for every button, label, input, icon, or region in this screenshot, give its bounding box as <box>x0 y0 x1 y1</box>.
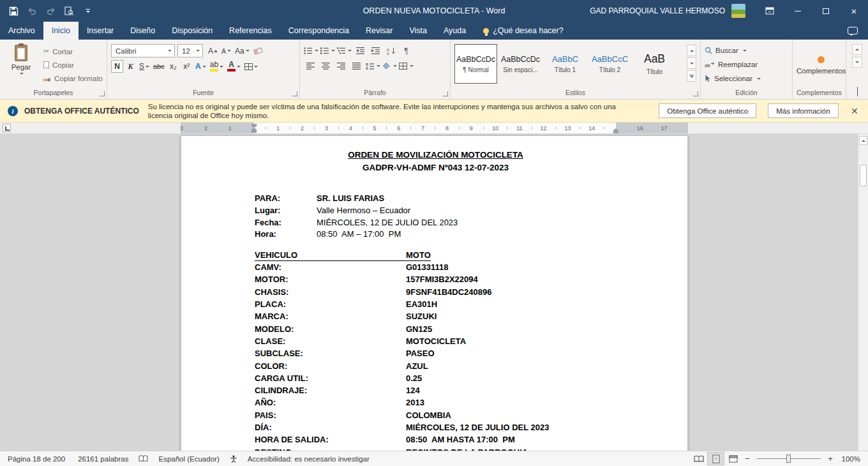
align-left-button[interactable] <box>304 60 317 72</box>
ribbon-tab[interactable]: Diseño <box>122 22 163 40</box>
borders-button[interactable] <box>399 60 414 72</box>
style-item[interactable]: AaBbC Título 1 <box>544 44 587 84</box>
underline-button[interactable]: S <box>138 60 151 73</box>
superscript-button[interactable]: x² <box>181 60 193 73</box>
feedback-icon[interactable] <box>848 27 858 34</box>
web-layout-button[interactable] <box>724 452 742 465</box>
numbering-button[interactable] <box>320 45 335 57</box>
print-preview-button[interactable] <box>61 3 77 19</box>
bullets-button[interactable] <box>304 45 318 57</box>
grow-font-button[interactable]: A <box>207 45 219 57</box>
ribbon-tab[interactable]: Revisar <box>357 22 401 40</box>
shading-button[interactable] <box>382 60 397 72</box>
strikethrough-button[interactable]: abc <box>152 60 166 73</box>
ribbon-tab[interactable]: Referencias <box>221 22 280 40</box>
addins-button[interactable]: Complementos <box>797 43 846 88</box>
more-info-button[interactable]: Más información <box>768 103 838 118</box>
style-item[interactable]: AaB Título <box>633 44 676 84</box>
style-item[interactable]: AaBbCcC Título 2 <box>588 44 631 84</box>
cut-button[interactable]: ✂ Cortar <box>43 46 103 57</box>
font-color-button[interactable]: A <box>226 60 242 73</box>
dialog-launcher-icon[interactable] <box>693 91 698 96</box>
ribbon-scroll-up-button[interactable] <box>852 44 862 55</box>
bold-button[interactable]: N <box>111 60 123 73</box>
accessibility-icon[interactable] <box>226 455 241 463</box>
ribbon-tab[interactable]: Ayuda <box>435 22 474 40</box>
scroll-up-button[interactable] <box>859 136 867 145</box>
page-indicator[interactable]: Página 18 de 200 <box>8 455 71 463</box>
style-item[interactable]: AaBbCcDc ¶ Normal <box>454 44 497 84</box>
copy-button[interactable]: Copiar <box>43 59 103 70</box>
text-borders-button[interactable] <box>243 60 259 73</box>
dialog-launcher-icon[interactable] <box>292 91 297 96</box>
find-button[interactable]: Buscar <box>705 45 761 56</box>
styles-scroll-up-button[interactable] <box>687 45 696 56</box>
line-spacing-button[interactable] <box>365 60 380 72</box>
table-row: PLACA: EA301H <box>255 299 687 312</box>
italic-button[interactable]: K <box>124 60 137 73</box>
ribbon-display-options-button[interactable] <box>756 0 784 22</box>
undo-button[interactable] <box>24 3 40 19</box>
accessibility-status[interactable]: Accesibilidad: es necesario investigar <box>241 455 376 463</box>
style-item[interactable]: AaBbCcDc Sin espaci... <box>499 44 542 84</box>
format-painter-button[interactable]: Copiar formato <box>43 73 103 84</box>
font-size-select[interactable]: 12 <box>177 44 203 57</box>
change-case-button[interactable]: Aa <box>234 45 251 57</box>
qat-customize-button[interactable] <box>79 3 96 19</box>
styles-gallery-more-button[interactable] <box>687 70 696 82</box>
ribbon-scroll-down-button[interactable] <box>852 57 862 68</box>
read-mode-button[interactable] <box>690 452 707 465</box>
styles-scroll-down-button[interactable] <box>687 57 696 69</box>
minimize-button[interactable] <box>784 0 812 22</box>
align-right-button[interactable] <box>334 60 348 72</box>
tab-selector[interactable] <box>3 124 11 132</box>
dialog-launcher-icon[interactable] <box>100 91 105 96</box>
highlight-button[interactable]: ab <box>209 60 225 73</box>
redo-button[interactable] <box>42 3 59 19</box>
document-page[interactable]: ORDEN DE MOVILIZACIÓN MOTOCICLETA GADPR-… <box>181 135 688 451</box>
proofing-icon[interactable] <box>135 455 152 462</box>
ribbon-tab[interactable]: Vista <box>401 22 435 40</box>
save-button[interactable] <box>5 3 22 19</box>
text-effects-button[interactable]: A <box>194 60 207 73</box>
show-paragraph-marks-button[interactable]: ¶ <box>400 45 413 57</box>
decrease-indent-button[interactable] <box>354 45 367 57</box>
scroll-thumb[interactable] <box>860 165 867 186</box>
ribbon-tab[interactable]: Inicio <box>43 22 79 40</box>
zoom-slider-thumb[interactable] <box>786 455 791 463</box>
ribbon-tab[interactable]: Insertar <box>79 22 122 40</box>
align-center-button[interactable] <box>319 60 333 72</box>
zoom-slider[interactable] <box>757 458 821 459</box>
print-layout-button[interactable] <box>707 452 724 465</box>
close-warning-icon[interactable]: ✕ <box>849 106 860 116</box>
zoom-in-button[interactable]: + <box>825 454 836 463</box>
language-indicator[interactable]: Español (Ecuador) <box>152 455 225 463</box>
increase-indent-button[interactable] <box>369 45 382 57</box>
vertical-scrollbar[interactable] <box>858 134 868 451</box>
clear-formatting-button[interactable] <box>252 45 264 57</box>
ribbon-tab[interactable]: Disposición <box>163 22 221 40</box>
paste-button[interactable]: Pegar <box>4 43 38 88</box>
tell-me[interactable]: ¿Qué desea hacer? <box>483 22 564 40</box>
font-family-select[interactable]: Calibri <box>111 44 175 57</box>
justify-button[interactable] <box>350 60 363 72</box>
shrink-font-button[interactable]: A <box>220 45 232 57</box>
select-button[interactable]: Seleccionar <box>705 73 761 84</box>
ribbon-tab[interactable]: Correspondencia <box>280 22 357 40</box>
multilevel-list-button[interactable] <box>337 45 352 57</box>
zoom-level[interactable]: 100% <box>836 455 860 463</box>
ribbon-tab[interactable]: Archivo <box>0 22 43 40</box>
account-name[interactable]: GAD PARROQUIAL VALLE HERMOSO <box>590 6 725 15</box>
avatar[interactable] <box>731 4 745 18</box>
sort-button[interactable]: AZ <box>384 45 398 57</box>
close-button[interactable]: × <box>840 0 868 22</box>
maximize-button[interactable] <box>812 0 840 22</box>
subscript-button[interactable]: x₂ <box>167 60 179 73</box>
replace-button[interactable]: ab Reemplazar <box>705 59 761 70</box>
get-genuine-office-button[interactable]: Obtenga Office auténtico <box>659 103 756 118</box>
dialog-launcher-icon[interactable] <box>443 91 448 96</box>
collapse-ribbon-button[interactable] <box>857 87 858 96</box>
zoom-out-button[interactable]: − <box>742 454 753 463</box>
ruler[interactable]: 32112345678910111213141617 <box>181 123 688 133</box>
word-count[interactable]: 26161 palabras <box>71 455 135 463</box>
